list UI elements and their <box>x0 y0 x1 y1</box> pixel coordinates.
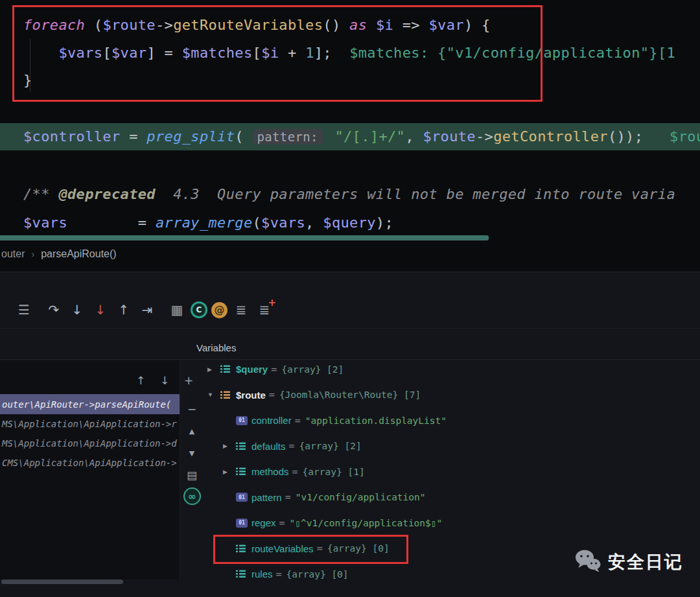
breadcrumb-separator-icon: › <box>31 249 34 259</box>
equals-sign: = <box>269 389 275 401</box>
primitive-value-icon: 01 <box>236 416 251 425</box>
variable-name: rules <box>251 568 273 579</box>
debug-toolbar: ☰↷↓↓↑⇥▦C@≣≣+ <box>14 298 274 322</box>
add-watch-icon[interactable]: + <box>181 372 196 389</box>
navigate-down-icon[interactable]: ↓ <box>158 372 172 389</box>
variable-row-defaults[interactable]: ▶defaults={array} [2] <box>206 434 700 459</box>
chevron-right-icon[interactable]: ▶ <box>207 366 220 373</box>
frames-list: outer\ApiRouter->parseApiRoute(MS\Applic… <box>0 360 180 579</box>
equals-sign: = <box>285 491 291 503</box>
frame-item[interactable]: MS\Application\ApiApplication->r <box>0 414 180 434</box>
show-values-inline-icon[interactable]: ≣ <box>231 300 251 320</box>
variable-name: methods <box>251 466 289 477</box>
view-breakpoints-icon[interactable]: ▦ <box>167 300 187 320</box>
horizontal-scrollbar[interactable] <box>1 579 123 584</box>
step-out-icon[interactable]: ↑ <box>114 300 134 320</box>
watermark: 安全日记 <box>574 548 683 576</box>
watermark-text: 安全日记 <box>608 550 683 574</box>
annotation-box-routevariables <box>213 535 408 564</box>
frame-nav: ↑↓+ <box>134 372 196 389</box>
variables-panel-title: Variables <box>196 342 236 353</box>
equals-sign: = <box>279 517 285 529</box>
codeception-icon[interactable]: C <box>191 301 207 318</box>
breadcrumb-method[interactable]: parseApiRoute() <box>41 248 117 260</box>
divider <box>180 360 180 579</box>
primitive-value-icon: 01 <box>236 519 251 528</box>
frame-item[interactable]: MS\Application\ApiApplication->d <box>0 433 180 453</box>
new-watch-icon[interactable]: ≣+ <box>255 300 274 320</box>
remove-watch-icon[interactable]: − <box>183 401 201 417</box>
divider <box>0 328 700 329</box>
variable-name: pattern <box>251 492 282 503</box>
variable-name: $query <box>236 364 268 375</box>
equals-sign: = <box>292 466 298 478</box>
current-execution-line-highlight: $controller = preg_split( pattern: "/[.]… <box>0 123 700 150</box>
variable-row-pattern[interactable]: 01pattern="v1/config/application" <box>206 485 700 510</box>
force-step-into-icon[interactable]: ↓ <box>91 300 110 320</box>
expand-stack-up-icon[interactable]: ▲ <box>183 423 201 439</box>
variable-name: $route <box>236 390 266 401</box>
navigate-up-icon[interactable]: ↑ <box>134 372 148 389</box>
variable-name: defaults <box>251 441 286 452</box>
breadcrumb: outer › parseApiRoute() <box>1 248 117 260</box>
variable-value: "▯^v1/config/application$▯" <box>290 518 443 528</box>
array-icon <box>236 467 251 476</box>
variable-value: {array} [2] <box>281 364 344 375</box>
divider <box>0 359 700 360</box>
variable-value: {array} [2] <box>299 441 362 451</box>
code-line-deprecated-comment[interactable]: /** @deprecated 4.3 Query parameters wil… <box>23 185 675 204</box>
equals-sign: = <box>289 440 295 452</box>
code-line-array-merge[interactable]: $vars = array_merge($vars, $query); <box>23 213 393 233</box>
annotation-box-code <box>12 5 542 102</box>
side-column: −▲▼▤∞ <box>183 401 201 530</box>
variable-value: {array} [0] <box>286 569 349 579</box>
array-icon <box>236 570 251 578</box>
variable-row-methods[interactable]: ▶methods={array} [1] <box>206 459 700 484</box>
chevron-down-icon[interactable]: ▼ <box>207 392 220 398</box>
equals-sign: = <box>271 364 277 375</box>
variable-row-regex[interactable]: 01regex="▯^v1/config/application$▯" <box>206 510 700 535</box>
variable-name: regex <box>251 517 276 528</box>
frame-item[interactable]: outer\ApiRouter->parseApiRoute( <box>0 394 180 414</box>
frames-view-icon[interactable]: ▤ <box>183 467 201 484</box>
variable-value: {Joomla\Router\Route} [7] <box>279 390 421 400</box>
object-icon <box>220 391 236 399</box>
frame-item[interactable]: CMS\Application\ApiApplication-> <box>0 452 180 473</box>
variable-value: {array} [1] <box>303 467 365 477</box>
variable-value: "application.displayList" <box>305 416 447 426</box>
wechat-icon <box>574 548 601 576</box>
code-line-controller[interactable]: $controller = preg_split( pattern: "/[.]… <box>23 127 700 146</box>
equals-sign: = <box>276 568 282 580</box>
variable-name: controller <box>251 415 292 426</box>
variable-row-route[interactable]: ▼$route={Joomla\Router\Route} [7] <box>206 382 700 408</box>
infinity-icon[interactable]: ∞ <box>183 487 201 505</box>
variable-row-query[interactable]: ▶$query={array} [2] <box>206 360 700 382</box>
array-icon <box>236 442 251 451</box>
progress-bar <box>0 235 489 240</box>
array-icon <box>220 365 236 373</box>
collapse-stack-down-icon[interactable]: ▼ <box>183 445 201 462</box>
equals-sign: = <box>295 415 301 427</box>
variable-value: "v1/config/application" <box>296 492 426 502</box>
mention-icon[interactable]: @ <box>211 302 228 318</box>
breadcrumb-class[interactable]: outer <box>1 248 25 260</box>
step-into-icon[interactable]: ↓ <box>67 300 87 320</box>
primitive-value-icon: 01 <box>236 493 251 502</box>
step-over-icon[interactable]: ↷ <box>44 300 64 320</box>
chevron-right-icon[interactable]: ▶ <box>223 469 236 475</box>
chevron-right-icon[interactable]: ▶ <box>223 443 236 449</box>
divider <box>0 272 700 272</box>
menu-icon[interactable]: ☰ <box>14 300 34 320</box>
run-to-cursor-icon[interactable]: ⇥ <box>137 300 157 320</box>
variable-row-controller[interactable]: 01controller="application.displayList" <box>206 408 700 433</box>
